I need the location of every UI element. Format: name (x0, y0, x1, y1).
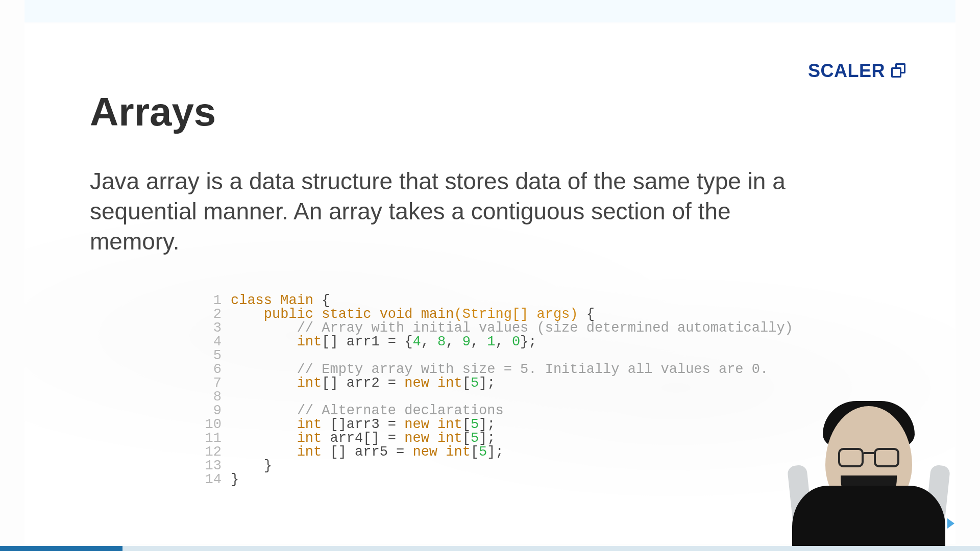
code-token: [] arr1 = { (322, 334, 412, 349)
code-token: [ (462, 417, 471, 432)
code-token: main (421, 307, 454, 322)
line-number: 13 (198, 459, 222, 473)
code-token: { (578, 307, 595, 322)
code-token (412, 307, 421, 322)
code-line: 1class Main { (198, 294, 793, 308)
code-token (313, 307, 322, 322)
code-token: 9 (462, 334, 471, 349)
code-token (231, 348, 239, 363)
code-token: 4 (412, 334, 421, 349)
code-token: int (437, 417, 462, 432)
code-line: 10 int []arr3 = new int[5]; (198, 418, 793, 432)
code-line: 3 // Array with initial values (size det… (198, 321, 793, 335)
code-token (231, 417, 297, 432)
code-token: int (297, 417, 322, 432)
code-token: ) (570, 307, 578, 322)
brand-logo: SCALER (808, 60, 906, 82)
code-line: 9 // Alternate declarations (198, 404, 793, 418)
code-line: 12 int [] arr5 = new int[5]; (198, 445, 793, 459)
code-line: 14} (198, 473, 793, 487)
line-number: 7 (198, 377, 222, 390)
code-token: new (404, 417, 429, 432)
code-token: new (404, 375, 429, 391)
brand-name: SCALER (808, 60, 885, 82)
code-token (231, 444, 297, 460)
line-number: 5 (198, 349, 222, 363)
code-token (231, 362, 297, 377)
code-token: [ (462, 375, 471, 391)
progress-fill (0, 546, 122, 551)
code-token: ]; (479, 417, 495, 432)
play-indicator-icon (947, 518, 954, 529)
code-token (371, 307, 379, 322)
code-token: // Empty array with size = 5. Initially … (297, 362, 769, 377)
code-token (272, 293, 280, 308)
line-number: 2 (198, 308, 222, 321)
code-token: 1 (487, 334, 495, 349)
code-token (231, 389, 239, 405)
code-block: 1class Main {2 public static void main(S… (198, 294, 793, 487)
code-token: 5 (479, 444, 487, 460)
code-token: void (380, 307, 413, 322)
code-token: int (297, 444, 322, 460)
code-token: , (446, 334, 462, 349)
code-token: , (471, 334, 487, 349)
line-number: 12 (198, 445, 222, 459)
code-token: static (322, 307, 371, 322)
progress-bar[interactable] (0, 546, 980, 551)
code-token: ]; (479, 431, 495, 446)
slide-description: Java array is a data structure that stor… (90, 166, 794, 257)
code-pre: 1class Main {2 public static void main(S… (198, 294, 793, 487)
line-number: 10 (198, 418, 222, 432)
code-token: 8 (437, 334, 446, 349)
code-token (429, 375, 437, 391)
code-token: int (437, 375, 462, 391)
code-token: int (297, 334, 322, 349)
code-token: [] arr2 = (322, 375, 404, 391)
code-token: [ (471, 444, 479, 460)
code-line: 5 (198, 349, 793, 363)
code-token: class (231, 293, 272, 308)
code-token: new (412, 444, 437, 460)
code-line: 7 int[] arr2 = new int[5]; (198, 377, 793, 390)
code-token: [ (462, 431, 471, 446)
slide: SCALER Arrays Java array is a data struc… (24, 23, 955, 544)
code-token: }; (520, 334, 536, 349)
code-token: } (231, 472, 239, 487)
line-number: 1 (198, 294, 222, 308)
code-token: new (404, 431, 429, 446)
code-token: arr4[] = (322, 431, 404, 446)
code-token: 5 (471, 375, 479, 391)
code-token: ( (454, 307, 462, 322)
code-token: // Alternate declarations (297, 403, 504, 418)
line-number: 4 (198, 335, 222, 349)
code-line: 4 int[] arr1 = {4, 8, 9, 1, 0}; (198, 335, 793, 349)
code-token: Main (280, 293, 313, 308)
code-token: []arr3 = (322, 417, 404, 432)
code-token (429, 431, 437, 446)
code-token: String[] args (462, 307, 570, 322)
code-token: ]; (487, 444, 503, 460)
line-number: 9 (198, 404, 222, 418)
line-number: 6 (198, 363, 222, 377)
line-number: 11 (198, 432, 222, 445)
code-token: 5 (471, 417, 479, 432)
code-token (231, 307, 264, 322)
slide-title: Arrays (90, 89, 216, 135)
code-token: { (313, 293, 330, 308)
code-token: public (264, 307, 313, 322)
line-number: 14 (198, 473, 222, 487)
header-strip (24, 0, 955, 22)
code-token (231, 431, 297, 446)
code-token: // Array with initial values (size deter… (297, 320, 793, 336)
code-token (231, 334, 297, 349)
presenter-webcam (792, 399, 945, 547)
code-token: } (231, 458, 272, 473)
code-token: int (297, 375, 322, 391)
code-line: 2 public static void main(String[] args)… (198, 308, 793, 321)
code-token: int (437, 431, 462, 446)
code-line: 11 int arr4[] = new int[5]; (198, 432, 793, 445)
code-token (231, 375, 297, 391)
line-number: 3 (198, 321, 222, 335)
code-token: ]; (479, 375, 495, 391)
